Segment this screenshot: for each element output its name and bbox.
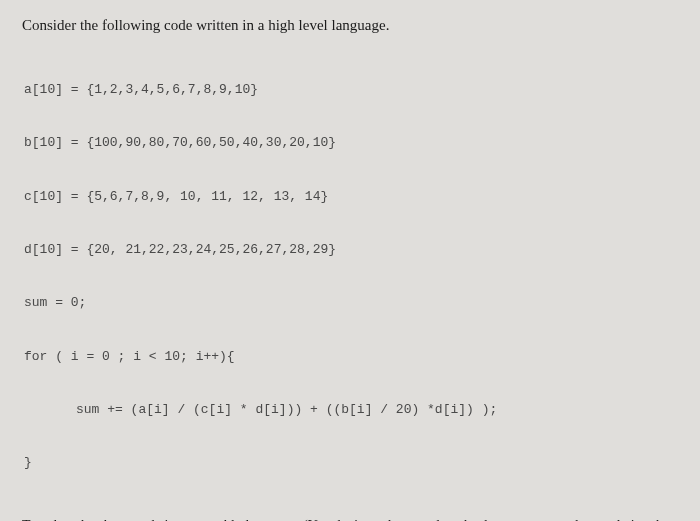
code-line-3: c[10] = {5,6,7,8,9, 10, 11, 12, 13, 14} [24, 184, 682, 211]
translate-paragraph: Translate the above code into assembly l… [22, 515, 682, 521]
code-line-5: sum = 0; [24, 290, 682, 317]
code-block: a[10] = {1,2,3,4,5,6,7,8,9,10} b[10] = {… [22, 51, 682, 504]
code-line-8: } [24, 450, 682, 477]
code-line-6: for ( i = 0 ; i < 10; i++){ [24, 344, 682, 371]
intro-text: Consider the following code written in a… [22, 14, 682, 37]
code-line-4: d[10] = {20, 21,22,23,24,25,26,27,28,29} [24, 237, 682, 264]
code-line-2: b[10] = {100,90,80,70,60,50,40,30,20,10} [24, 130, 682, 157]
code-line-7: sum += (a[i] / (c[i] * d[i])) + ((b[i] /… [24, 397, 682, 424]
code-line-1: a[10] = {1,2,3,4,5,6,7,8,9,10} [24, 77, 682, 104]
